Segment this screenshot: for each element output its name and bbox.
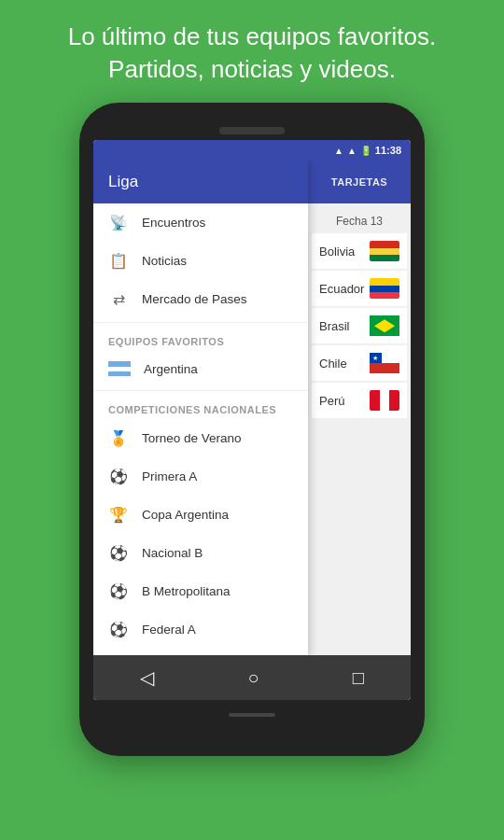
- chile-flag: ★: [370, 353, 399, 373]
- back-button[interactable]: ◁: [121, 659, 173, 696]
- bottom-nav: ◁ ○ □: [93, 655, 411, 700]
- country-name-ecuador: Ecuador: [319, 282, 364, 296]
- navigation-drawer: Liga 📡 Encuentros 📋 Noticias ⇄ Mercado d…: [93, 161, 308, 655]
- ecuador-flag: [370, 278, 399, 299]
- list-item[interactable]: Bolivia: [312, 233, 407, 269]
- recents-button[interactable]: □: [334, 660, 383, 696]
- peru-flag: [370, 390, 399, 411]
- mercado-label: Mercado de Pases: [142, 292, 247, 306]
- argentina-label: Argentina: [144, 362, 198, 376]
- country-name-bolivia: Bolivia: [319, 245, 355, 259]
- country-name-brasil: Brasil: [319, 319, 350, 333]
- bmetro-icon: ⚽: [108, 582, 129, 600]
- drawer-item-argentina[interactable]: Argentina: [93, 351, 308, 386]
- federal-label: Federal A: [142, 623, 196, 637]
- main-content: Liga 📡 Encuentros 📋 Noticias ⇄ Mercado d…: [93, 161, 411, 655]
- home-indicator: [229, 713, 275, 717]
- tagline: Lo último de tus equipos favoritos. Part…: [0, 0, 504, 103]
- phone-bottom-bar: [89, 700, 415, 730]
- country-name-peru: Perú: [319, 394, 344, 408]
- drawer-item-copa[interactable]: 🏆 Copa Argentina: [93, 496, 308, 534]
- bolivia-flag: [370, 241, 399, 261]
- status-bar: ▲ ▲ 🔋 11:38: [93, 140, 411, 161]
- drawer-item-nacional[interactable]: ⚽ Nacional B: [93, 534, 308, 572]
- torneo-label: Torneo de Verano: [142, 431, 242, 445]
- phone-device: ▲ ▲ 🔋 11:38 Liga 📡 Encuentros 📋 Noticias: [79, 103, 425, 756]
- favorites-header: EQUIPOS FAVORITOS: [93, 327, 308, 351]
- drawer-item-noticias[interactable]: 📋 Noticias: [93, 242, 308, 280]
- drawer-header: Liga: [93, 161, 308, 203]
- federal-icon: ⚽: [108, 621, 129, 638]
- tarjetas-content: Fecha 13 Bolivia Ecuador: [308, 203, 411, 655]
- brazil-flag: [370, 315, 399, 336]
- list-item[interactable]: Brasil: [312, 308, 407, 343]
- mercado-icon: ⇄: [108, 290, 129, 308]
- status-time: 11:38: [375, 145, 401, 156]
- status-icons: ▲ ▲ 🔋 11:38: [334, 145, 401, 156]
- nacional-label: Nacional B: [142, 546, 203, 560]
- list-item[interactable]: Ecuador: [312, 271, 407, 306]
- encuentros-label: Encuentros: [142, 216, 205, 230]
- drawer-divider-2: [93, 390, 308, 391]
- wifi-icon: ▲: [334, 146, 343, 156]
- right-panel: TARJETAS Fecha 13 Bolivia Ecuador: [308, 161, 411, 655]
- list-item[interactable]: Chile ★: [312, 345, 407, 381]
- phone-speaker: [219, 127, 285, 134]
- primera-label: Primera A: [142, 469, 197, 483]
- drawer-item-encuentros[interactable]: 📡 Encuentros: [93, 203, 308, 242]
- encuentros-icon: 📡: [108, 214, 129, 231]
- drawer-item-federal[interactable]: ⚽ Federal A: [93, 610, 308, 649]
- noticias-icon: 📋: [108, 252, 129, 270]
- argentina-flag: [108, 361, 131, 376]
- phone-screen: ▲ ▲ 🔋 11:38 Liga 📡 Encuentros 📋 Noticias: [93, 140, 411, 700]
- fecha-label: Fecha 13: [312, 209, 407, 233]
- chile-star: ★: [372, 355, 378, 362]
- drawer-item-torneo[interactable]: 🏅 Torneo de Verano: [93, 419, 308, 457]
- drawer-item-primera[interactable]: ⚽ Primera A: [93, 457, 308, 496]
- battery-icon: 🔋: [360, 146, 371, 156]
- noticias-label: Noticias: [142, 254, 187, 268]
- nacional-icon: ⚽: [108, 544, 129, 562]
- competitions-header: COMPETICIONES NACIONALES: [93, 395, 308, 419]
- drawer-item-bmetro[interactable]: ⚽ B Metropolitana: [93, 572, 308, 610]
- tabs-bar: TARJETAS: [308, 161, 411, 203]
- bmetro-label: B Metropolitana: [142, 584, 231, 598]
- list-item[interactable]: Perú: [312, 383, 407, 418]
- tarjetas-tab[interactable]: TARJETAS: [331, 176, 387, 188]
- primera-icon: ⚽: [108, 468, 129, 485]
- torneo-icon: 🏅: [108, 429, 129, 447]
- country-name-chile: Chile: [319, 357, 347, 371]
- copa-label: Copa Argentina: [142, 508, 229, 522]
- copa-icon: 🏆: [108, 506, 129, 524]
- signal-icon: ▲: [347, 146, 357, 156]
- drawer-divider-1: [93, 322, 308, 323]
- home-button[interactable]: ○: [229, 660, 277, 696]
- drawer-title: Liga: [108, 173, 138, 191]
- drawer-item-mercado[interactable]: ⇄ Mercado de Pases: [93, 280, 308, 318]
